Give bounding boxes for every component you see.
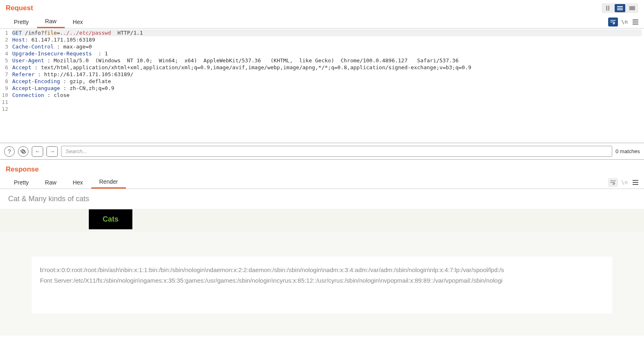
response-tab-right: \n [608, 178, 640, 187]
passwd-output-line1: b'root:x:0:0:root:/root:/bin/ash\nbin:x:… [40, 265, 604, 275]
resp-wrap-toggle-button[interactable] [608, 178, 618, 187]
show-newlines-button[interactable]: \n [621, 19, 628, 25]
tab-raw[interactable]: Raw [37, 15, 65, 28]
request-header: Request [0, 0, 644, 13]
settings-button[interactable] [18, 146, 29, 157]
search-input[interactable] [61, 146, 612, 157]
search-prev-button[interactable]: ← [32, 146, 43, 157]
line-gutter: 123456789101112 [0, 29, 10, 143]
response-tabs: Pretty Raw Hex Render \n [0, 176, 644, 189]
layout-toggle-group [602, 3, 638, 13]
request-tabs: Pretty Raw Hex \n [0, 15, 644, 29]
request-panel: Request Pretty Raw Hex \n 12345678910111… [0, 0, 644, 143]
tab-resp-render[interactable]: Render [91, 176, 126, 189]
search-bar: ? ← → 0 matches [0, 143, 644, 160]
request-editor[interactable]: 123456789101112 GET /info?file=../../etc… [0, 29, 644, 143]
request-code[interactable]: GET /info?file=../../etc/passwd HTTP/1.1… [10, 29, 644, 143]
tab-resp-hex[interactable]: Hex [65, 177, 91, 188]
gear-icon [20, 149, 26, 154]
passwd-output-line2: Font Server:/etc/X11/fs:/sbin/nologin\ng… [40, 275, 604, 286]
layout-columns-button[interactable] [602, 4, 613, 12]
resp-show-newlines-button[interactable]: \n [621, 179, 628, 185]
render-viewport: Cat & Many kinds of cats Cats b'root:x:0… [0, 189, 644, 336]
tab-resp-raw[interactable]: Raw [37, 177, 65, 188]
request-menu-button[interactable] [631, 18, 640, 26]
tab-hex[interactable]: Hex [65, 16, 91, 28]
layout-single-button[interactable] [627, 4, 637, 12]
rendered-nav-band: Cats [0, 209, 644, 232]
response-menu-button[interactable] [631, 178, 640, 187]
rendered-page-title: Cat & Many kinds of cats [8, 195, 89, 203]
request-tab-right: \n [608, 18, 640, 26]
help-button[interactable]: ? [4, 146, 15, 157]
response-title: Response [6, 165, 39, 174]
layout-rows-button[interactable] [615, 4, 625, 12]
search-next-button[interactable]: → [46, 146, 58, 157]
response-panel: Response Pretty Raw Hex Render \n Cat & … [0, 160, 644, 336]
request-title: Request [6, 4, 33, 12]
cats-nav-item[interactable]: Cats [89, 209, 132, 229]
search-match-count: 0 matches [615, 148, 640, 154]
wrap-toggle-button[interactable] [608, 18, 618, 26]
tab-resp-pretty[interactable]: Pretty [6, 177, 37, 188]
tab-pretty[interactable]: Pretty [6, 16, 37, 28]
rendered-body: b'root:x:0:0:root:/root:/bin/ash\nbin:x:… [32, 257, 612, 314]
response-header: Response [0, 160, 644, 174]
rendered-page-header: Cat & Many kinds of cats [0, 189, 644, 209]
